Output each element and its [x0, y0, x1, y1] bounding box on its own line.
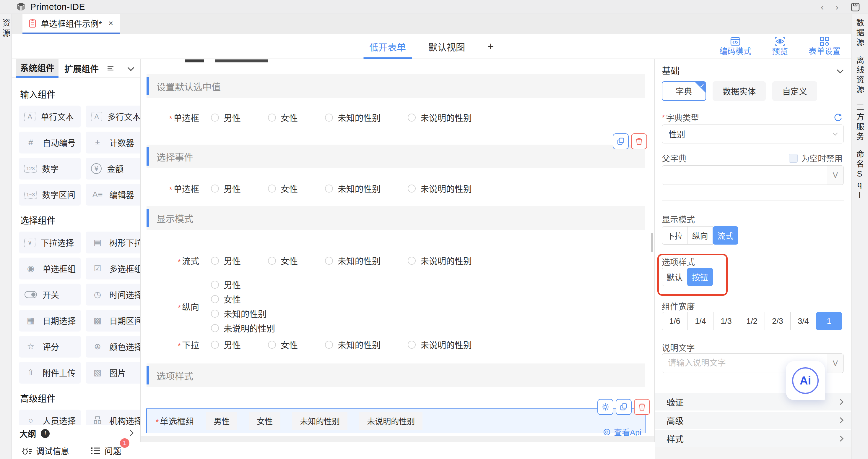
component-date-picker[interactable]: ▦日期选择 [19, 310, 81, 332]
component-checkbox-group[interactable]: ☑多选框组 [86, 258, 141, 280]
collapse-basic-icon[interactable] [837, 67, 844, 74]
button-option[interactable]: 男性 [206, 412, 237, 430]
collapse-palette-icon[interactable] [128, 65, 133, 71]
radio-option[interactable]: 男性 [211, 182, 241, 195]
radio-icon[interactable] [211, 257, 219, 265]
code-mode-button[interactable]: 编码模式 [719, 36, 751, 56]
radio-option[interactable]: 未说明的性别 [408, 338, 472, 351]
radio-icon[interactable] [408, 341, 416, 349]
radio-option[interactable]: 未说明的性别 [408, 182, 472, 195]
radio-row-dropdown[interactable]: *下拉 男性 女性 未知的性别 未说明的性别 [147, 336, 645, 353]
radio-option[interactable]: 男性 [211, 254, 241, 267]
radio-icon[interactable] [325, 341, 333, 349]
radio-icon[interactable] [268, 257, 276, 265]
offline-resources-vertical-tab[interactable]: 离线资源 [854, 51, 866, 98]
component-counter[interactable]: ±计数器 [86, 132, 141, 153]
settings-block-button[interactable] [597, 399, 613, 415]
radio-option[interactable]: 未知的性别 [211, 307, 275, 320]
radio-icon[interactable] [268, 114, 276, 121]
canvas-scrollbar-thumb[interactable] [651, 233, 653, 252]
component-currency[interactable]: ¥金额 [86, 157, 141, 179]
radio-row-vertical[interactable]: *纵向 男性 女性 未知的性别 未说明的性别 [147, 278, 645, 334]
width-3-4[interactable]: 3/4 [790, 312, 816, 331]
component-auto-number[interactable]: #自动编号 [19, 132, 81, 153]
component-multi-line-text[interactable]: A多行文本 [86, 106, 141, 127]
radio-option[interactable]: 女性 [268, 182, 298, 195]
delete-block-button[interactable] [634, 399, 650, 415]
cascade-suffix-button[interactable]: V [827, 354, 843, 373]
dict-type-select[interactable]: 性别 [662, 124, 844, 143]
close-icon[interactable]: × [108, 19, 113, 28]
display-mode-dropdown[interactable]: 下拉 [662, 226, 687, 245]
radio-icon[interactable] [211, 295, 219, 303]
preview-button[interactable]: 预览 [772, 36, 788, 56]
tab-dictionary[interactable]: 字典 ✓ [662, 81, 706, 101]
nav-forward-icon[interactable]: › [836, 3, 838, 11]
component-date-range[interactable]: ▩日期区间 [86, 310, 141, 332]
button-option[interactable]: 未知的性别 [292, 412, 347, 430]
component-single-line-text[interactable]: A单行文本 [19, 106, 81, 127]
component-time-picker[interactable]: ◷时间选择 [86, 284, 141, 306]
width-1-2[interactable]: 1/2 [739, 312, 765, 331]
component-dropdown-select[interactable]: ∨下拉选择 [19, 232, 81, 254]
radio-option[interactable]: 女性 [268, 338, 298, 351]
problems-button[interactable]: 问题 1 [91, 445, 121, 457]
component-color-picker[interactable]: ⊛颜色选择 [86, 336, 141, 357]
cascade-suffix-button[interactable]: V [827, 166, 843, 184]
radio-option[interactable]: 女性 [211, 293, 275, 305]
radio-option[interactable]: 男性 [211, 278, 275, 291]
component-number-range[interactable]: 1~3数字区间 [19, 184, 81, 205]
datasource-vertical-tab[interactable]: 数据源 [854, 14, 866, 51]
tab-default-view[interactable]: 默认视图 [428, 34, 465, 59]
radio-option[interactable]: 未知的性别 [325, 338, 380, 351]
radio-option[interactable]: 未说明的性别 [211, 322, 275, 334]
radio-option[interactable]: 未知的性别 [325, 111, 380, 124]
delete-block-button[interactable] [631, 133, 647, 149]
radio-icon[interactable] [408, 114, 416, 121]
component-rating[interactable]: ☆评分 [19, 336, 81, 357]
component-switch[interactable]: 开关 [19, 284, 81, 306]
display-mode-flow[interactable]: 流式 [713, 226, 738, 245]
form-settings-button[interactable]: 表单设置 [809, 36, 840, 56]
named-sql-vertical-tab[interactable]: 命名Sql [854, 145, 866, 204]
radio-option[interactable]: 男性 [211, 111, 241, 124]
component-file-upload[interactable]: ⇧附件上传 [19, 362, 81, 383]
tab-data-entity[interactable]: 数据实体 [713, 81, 766, 101]
component-number[interactable]: 123数字 [19, 157, 81, 179]
width-1-6[interactable]: 1/6 [662, 312, 688, 331]
radio-icon[interactable] [268, 341, 276, 349]
button-option[interactable]: 女性 [249, 412, 280, 430]
radio-icon[interactable] [325, 257, 333, 265]
radio-icon[interactable] [211, 341, 219, 349]
section-style[interactable]: 样式 [655, 430, 851, 447]
radio-row-default-value[interactable]: *单选框 男性 女性 未知的性别 未说明的性别 [147, 109, 645, 126]
component-editor[interactable]: A≡编辑器 [86, 184, 141, 205]
radio-option[interactable]: 未说明的性别 [408, 254, 472, 267]
radio-icon[interactable] [325, 114, 333, 121]
radio-option[interactable]: 女性 [268, 254, 298, 267]
radio-icon[interactable] [325, 184, 333, 193]
radio-icon[interactable] [211, 324, 219, 332]
component-image[interactable]: ▧图片 [86, 362, 141, 383]
radio-icon[interactable] [211, 114, 219, 121]
resources-vertical-tab[interactable]: 资源 [0, 19, 11, 39]
width-1-3[interactable]: 1/3 [713, 312, 739, 331]
ai-assistant-button[interactable]: Ai [786, 361, 825, 400]
tab-lowcode-form[interactable]: 低开表单 [369, 34, 406, 59]
basic-section-header[interactable]: 基础 [662, 62, 843, 78]
refresh-icon[interactable] [833, 113, 843, 122]
width-1-4[interactable]: 1/4 [687, 312, 713, 331]
parent-dict-input[interactable]: V [662, 165, 844, 185]
expand-outline-icon[interactable] [128, 431, 133, 436]
radio-option[interactable]: 未知的性别 [325, 254, 380, 267]
copy-block-button[interactable] [616, 399, 632, 415]
copy-block-button[interactable] [613, 133, 629, 149]
width-2-3[interactable]: 2/3 [765, 312, 790, 331]
radio-icon[interactable] [211, 184, 219, 193]
radio-icon[interactable] [408, 257, 416, 265]
radio-icon[interactable] [268, 184, 276, 193]
radio-icon[interactable] [408, 184, 416, 193]
component-list-icon[interactable] [107, 65, 114, 71]
tab-system-components[interactable]: 系统组件 [16, 59, 59, 78]
tab-custom[interactable]: 自定义 [772, 81, 817, 101]
